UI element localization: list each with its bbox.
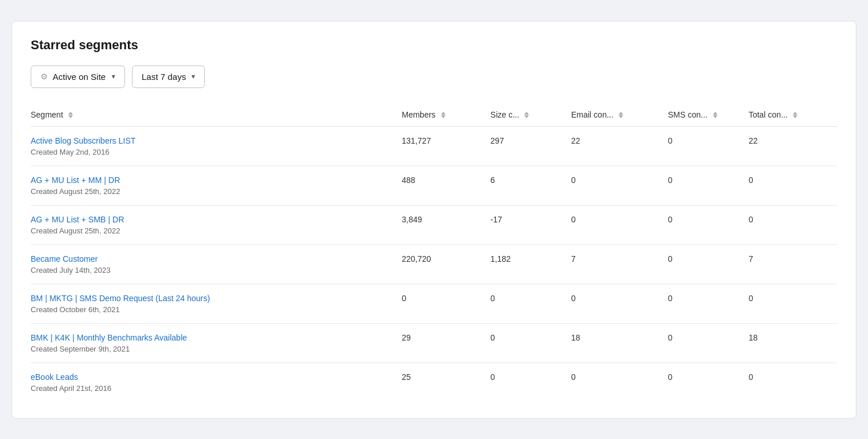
col-header-segment[interactable]: Segment	[31, 104, 402, 127]
segment-filter-label: Active on Site	[53, 72, 106, 82]
cell-members-1: 488	[402, 166, 490, 205]
segment-link-4[interactable]: BM | MKTG | SMS Demo Request (Last 24 ho…	[31, 294, 395, 303]
cell-members-5: 29	[402, 323, 490, 363]
cell-sms-2: 0	[668, 205, 748, 244]
cell-email-5: 18	[571, 323, 668, 363]
cell-segment-6: eBook Leads Created April 21st, 2016	[31, 363, 402, 402]
table-row: BM | MKTG | SMS Demo Request (Last 24 ho…	[31, 284, 837, 323]
segment-link-1[interactable]: AG + MU List + MM | DR	[31, 175, 395, 185]
cell-email-1: 0	[571, 166, 668, 205]
cell-sms-5: 0	[668, 323, 748, 363]
segment-date-0: Created May 2nd, 2016	[31, 148, 109, 156]
cell-email-2: 0	[571, 205, 668, 244]
cell-total-0: 22	[749, 126, 837, 166]
segment-date-1: Created August 25th, 2022	[31, 187, 120, 196]
cell-sms-3: 0	[668, 244, 748, 284]
sort-icon-total	[793, 112, 797, 118]
cell-segment-2: AG + MU List + SMB | DR Created August 2…	[31, 205, 402, 244]
table-row: eBook Leads Created April 21st, 2016 25 …	[31, 363, 837, 402]
time-filter-label: Last 7 days	[142, 72, 186, 82]
segment-link-0[interactable]: Active Blog Subscribers LIST	[31, 136, 395, 145]
cell-segment-5: BMK | K4K | Monthly Benchmarks Available…	[31, 323, 402, 363]
chevron-down-icon-time: ▾	[192, 72, 195, 81]
col-header-members[interactable]: Members	[402, 104, 490, 127]
starred-segments-card: Starred segments ⚙ Active on Site ▾ Last…	[12, 21, 856, 419]
segment-date-3: Created July 14th, 2023	[31, 266, 111, 275]
gear-icon: ⚙	[41, 72, 48, 81]
cell-total-2: 0	[749, 205, 837, 244]
cell-email-4: 0	[571, 284, 668, 323]
cell-total-1: 0	[749, 166, 837, 205]
page-title: Starred segments	[31, 38, 837, 53]
segment-link-6[interactable]: eBook Leads	[31, 372, 395, 382]
cell-segment-3: Became Customer Created July 14th, 2023	[31, 244, 402, 284]
segment-filter-button[interactable]: ⚙ Active on Site ▾	[31, 65, 125, 88]
chevron-down-icon: ▾	[112, 72, 115, 81]
cell-total-4: 0	[749, 284, 837, 323]
cell-size-2: -17	[491, 205, 571, 244]
cell-segment-1: AG + MU List + MM | DR Created August 25…	[31, 166, 402, 205]
col-header-email[interactable]: Email con...	[571, 104, 668, 127]
segment-link-5[interactable]: BMK | K4K | Monthly Benchmarks Available	[31, 333, 395, 342]
cell-members-3: 220,720	[402, 244, 490, 284]
cell-members-2: 3,849	[402, 205, 490, 244]
col-header-size[interactable]: Size c...	[491, 104, 571, 127]
cell-members-4: 0	[402, 284, 490, 323]
sort-icon-segment	[68, 112, 73, 118]
col-header-sms[interactable]: SMS con...	[668, 104, 748, 127]
segment-date-4: Created October 6th, 2021	[31, 305, 120, 314]
table-row: BMK | K4K | Monthly Benchmarks Available…	[31, 323, 837, 363]
table-row: Active Blog Subscribers LIST Created May…	[31, 126, 837, 166]
segment-date-5: Created September 9th, 2021	[31, 345, 130, 353]
cell-size-5: 0	[491, 323, 571, 363]
cell-members-0: 131,727	[402, 126, 490, 166]
sort-icon-members	[441, 112, 446, 118]
filters-bar: ⚙ Active on Site ▾ Last 7 days ▾	[31, 65, 837, 88]
cell-sms-6: 0	[668, 363, 748, 402]
cell-size-0: 297	[491, 126, 571, 166]
cell-members-6: 25	[402, 363, 490, 402]
segment-link-3[interactable]: Became Customer	[31, 254, 395, 264]
table-row: Became Customer Created July 14th, 2023 …	[31, 244, 837, 284]
segment-link-2[interactable]: AG + MU List + SMB | DR	[31, 215, 395, 224]
cell-size-4: 0	[491, 284, 571, 323]
time-filter-button[interactable]: Last 7 days ▾	[132, 65, 205, 88]
cell-email-3: 7	[571, 244, 668, 284]
table-header-row: Segment Members Size c...	[31, 104, 837, 127]
segment-date-2: Created August 25th, 2022	[31, 226, 120, 235]
cell-total-5: 18	[749, 323, 837, 363]
cell-sms-4: 0	[668, 284, 748, 323]
sort-icon-email	[619, 112, 623, 118]
cell-size-6: 0	[491, 363, 571, 402]
segments-table: Segment Members Size c...	[31, 104, 837, 402]
cell-total-3: 7	[749, 244, 837, 284]
cell-segment-4: BM | MKTG | SMS Demo Request (Last 24 ho…	[31, 284, 402, 323]
table-row: AG + MU List + MM | DR Created August 25…	[31, 166, 837, 205]
cell-size-3: 1,182	[491, 244, 571, 284]
table-row: AG + MU List + SMB | DR Created August 2…	[31, 205, 837, 244]
cell-email-0: 22	[571, 126, 668, 166]
sort-icon-size	[524, 112, 529, 118]
cell-total-6: 0	[749, 363, 837, 402]
cell-sms-1: 0	[668, 166, 748, 205]
segment-date-6: Created April 21st, 2016	[31, 384, 111, 393]
sort-icon-sms	[713, 112, 718, 118]
cell-email-6: 0	[571, 363, 668, 402]
cell-size-1: 6	[491, 166, 571, 205]
cell-sms-0: 0	[668, 126, 748, 166]
col-header-total[interactable]: Total con...	[749, 104, 837, 127]
cell-segment-0: Active Blog Subscribers LIST Created May…	[31, 126, 402, 166]
